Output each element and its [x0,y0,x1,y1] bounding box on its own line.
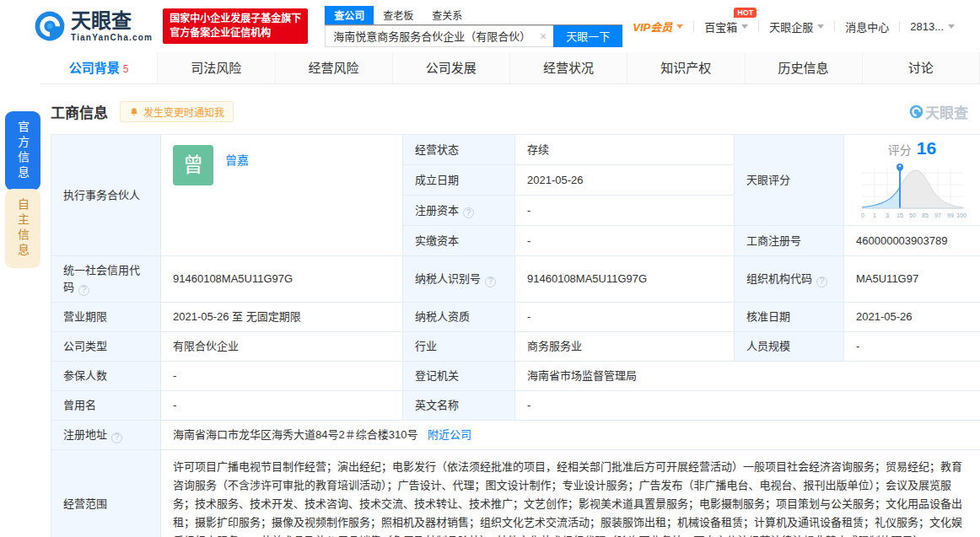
field-label-industry: 行业 [403,332,515,362]
field-value-credit-code: 91460108MA5U11G97G [161,256,403,303]
field-label-biz-term: 营业期限 [51,303,161,332]
clear-icon[interactable] [540,30,547,43]
chevron-down-icon [948,24,955,29]
field-value-approval-date: 2021-05-26 [844,303,980,332]
tab-operating-status[interactable]: 经营状况 [510,52,627,83]
side-tab-self-info[interactable]: 自主信息 [5,189,40,268]
tianyan-score-chart[interactable]: 评分16 [844,135,980,226]
brand-domain: TianYanCha.com [71,33,153,42]
top-header: 天眼查 TianYanCha.com 国家中小企业发展子基金旗下 官方备案企业征… [0,0,980,52]
field-label-english-name: 英文名称 [403,391,515,421]
svg-text:97: 97 [934,212,941,218]
search-tab-company[interactable]: 查公司 [325,6,374,24]
help-icon[interactable] [463,207,474,218]
search-tab-boss[interactable]: 查老板 [374,6,423,24]
field-value-taxpayer-id: 91460108MA5U11G97G [515,256,735,303]
field-value-reg-authority: 海南省市场监督管理局 [515,362,980,391]
notify-on-change-button[interactable]: 发生变更时通知我 [120,101,234,122]
menu-message-center[interactable]: 消息中心 [835,19,899,35]
svg-text:1: 1 [873,212,876,218]
table-row: 公司类型 有限合伙企业 行业 商务服务业 人员规模 - [51,332,980,362]
field-value-taxpayer-quali: - [515,303,735,332]
menu-vip[interactable]: VIP会员 [622,19,693,35]
svg-text:85: 85 [922,212,929,218]
help-icon[interactable] [111,432,122,443]
field-label-former-name: 曾用名 [51,391,161,421]
field-label-credit-code: 统一社会信用代码 [51,256,161,303]
gov-credential-badge: 国家中小企业发展子基金旗下 官方备案企业征信机构 [163,8,308,44]
score-prefix: 评分 [888,143,912,157]
chevron-down-icon [676,24,683,29]
field-value-reg-no: 460000003903789 [844,226,980,256]
field-label-status: 经营状态 [403,135,515,165]
field-value-business-scope: 许可项目广播电视节目制作经营；演出经纪；电影发行（依法须经批准的项目，经相关部门… [161,450,980,537]
tab-operating-risk[interactable]: 经营风险 [276,52,393,83]
score-value: 16 [917,138,936,158]
chevron-down-icon [741,24,748,29]
table-row: 统一社会信用代码 91460108MA5U11G97G 纳税人识别号 91460… [51,256,980,303]
field-label-reg-no: 工商注册号 [735,226,844,256]
partner-name-link[interactable]: 曾嘉 [225,152,249,185]
field-label-taxpayer-id: 纳税人识别号 [403,256,515,303]
tianyancha-logo-icon [34,10,66,42]
tab-judicial-risk[interactable]: 司法风险 [158,52,275,83]
field-label-taxpayer-quali: 纳税人资质 [403,303,515,332]
field-value-address: 海南省海口市龙华区海秀大道84号2＃综合楼310号 附近公司 [161,421,980,450]
tianyancha-watermark-icon [909,105,923,119]
svg-text:100: 100 [956,212,967,218]
field-value-reg-capital: - [515,196,735,226]
nearby-companies-link[interactable]: 附近公司 [428,428,471,441]
menu-account[interactable]: 2813... [900,20,965,33]
menu-toolbox[interactable]: HOT 百宝箱 [694,19,758,35]
search-button[interactable]: 天眼一下 [553,25,622,47]
field-value-org-code: MA5U11G97 [844,256,980,303]
help-icon[interactable] [816,277,827,287]
tab-discussion[interactable]: 讨论 [863,52,980,83]
field-value-paid-capital: - [515,226,735,256]
chevron-down-icon [817,24,824,29]
table-row: 注册地址 海南省海口市龙华区海秀大道84号2＃综合楼310号 附近公司 [51,421,980,450]
watermark-logo: 天眼查 [909,101,968,122]
field-label-business-scope: 经营范围 [51,450,161,537]
field-label-tianyan-score: 天眼评分 [735,135,844,226]
search-tab-relation[interactable]: 查关系 [423,6,471,24]
search-input[interactable] [325,25,553,47]
field-value-est-date: 2021-05-26 [515,165,735,196]
tab-intellectual-property[interactable]: 知识产权 [627,52,745,83]
table-row: 营业期限 2021-05-26 至 无固定期限 纳税人资质 - 核准日期 202… [51,303,980,332]
tab-company-development[interactable]: 公司发展 [393,52,510,83]
tab-history-info[interactable]: 历史信息 [746,52,863,83]
partner-avatar[interactable]: 曾 [173,145,213,185]
section-title: 工商信息 [51,101,108,122]
company-nav-tabs: 公司背景5 司法风险 经营风险 公司发展 经营状况 知识产权 历史信息 讨论 [40,52,980,84]
side-tab-official-info[interactable]: 官方信息 [5,111,40,191]
field-value-insured-count: - [161,362,403,391]
field-value-status: 存续 [515,135,735,165]
field-label-insured-count: 参保人数 [51,362,161,391]
svg-text:50: 50 [909,212,916,218]
tianyancha-logo[interactable]: 天眼查 TianYanCha.com [34,10,153,42]
field-label-reg-capital: 注册资本 [403,196,515,226]
business-info-table: 执行事务合伙人 曾 曾嘉 经营状态 存续 天眼评分 评分16 [51,134,980,537]
field-value-industry: 商务服务业 [515,332,735,362]
field-value-english-name: - [515,391,980,421]
field-value-company-type: 有限合伙企业 [161,332,403,362]
field-label-org-code: 组织机构代码 [735,256,844,303]
field-value-biz-term: 2021-05-26 至 无固定期限 [161,303,403,332]
search-tabs: 查公司 查老板 查关系 [325,6,622,25]
top-menu: VIP会员 HOT 百宝箱 天眼企服 消息中心 2813... [622,19,965,35]
field-value-staff-size: - [844,332,980,362]
help-icon[interactable] [485,277,496,287]
table-row: 执行事务合伙人 曾 曾嘉 经营状态 存续 天眼评分 评分16 [51,135,980,165]
score-axis-ticks: 0 1 3 15 50 85 97 99 100 [861,212,967,218]
tab-company-background[interactable]: 公司背景5 [40,52,158,83]
help-icon[interactable] [78,285,89,296]
table-row: 曾用名 - 英文名称 - [51,391,980,421]
table-row: 参保人数 - 登记机关 海南省市场监督管理局 [51,362,980,391]
score-distribution-chart: 0 1 3 15 50 85 97 99 100 [859,159,967,222]
field-label-address: 注册地址 [51,421,161,450]
svg-text:0: 0 [861,212,864,218]
menu-enterprise-service[interactable]: 天眼企服 [759,19,834,35]
tab-count-badge: 5 [123,63,129,75]
executive-partner-cell: 曾 曾嘉 [161,135,403,256]
